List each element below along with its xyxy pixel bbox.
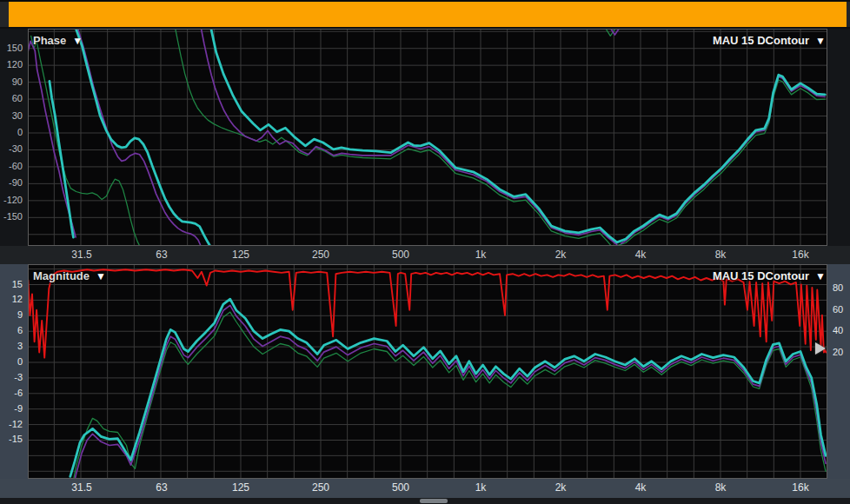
phase-tick-label: 30 [0,110,23,121]
freq-tick-label: 500 [392,249,409,261]
chevron-down-icon: ▼ [815,270,826,282]
freq-tick-label: 250 [312,481,329,494]
coherence-tick-label: 20 [833,347,843,357]
magnitude-type-dropdown[interactable]: Magnitude ▼ [33,269,106,282]
scrollbar-thumb[interactable] [420,499,448,503]
coherence-tick-label: 60 [833,304,843,315]
phase-tick-label: -30 [0,143,23,154]
freq-tick-label: 8k [715,481,727,494]
magnitude-plot[interactable] [0,264,850,479]
magnitude-tick-label: 3 [0,341,23,351]
phase-source-dropdown[interactable]: MAU 15 DContour ▼ [713,34,826,47]
freq-tick-label: 500 [392,481,409,494]
phase-tick-label: 150 [0,43,23,53]
magnitude-source-label: MAU 15 DContour [713,269,809,282]
magnitude-pane[interactable]: Magnitude ▼ MAU 15 DContour ▼ 15129630-3… [0,264,850,479]
freq-tick-label: 31.5 [71,249,91,261]
freq-tick-label: 125 [232,481,249,494]
phase-tick-label: -120 [0,195,23,205]
coherence-tick-label: 40 [833,325,843,335]
phase-tick-label: 60 [0,93,23,103]
phase-tick-label: 120 [0,59,23,70]
chevron-down-icon: ▼ [815,35,826,47]
frequency-axis-bottom: 31.5631252505001k2k4k8k16k [0,479,850,498]
phase-tick-label: 0 [0,127,23,137]
freq-tick-label: 125 [232,249,249,261]
freq-tick-label: 8k [715,249,727,261]
phase-tick-label: 90 [0,76,23,87]
signal-level-banner-row [0,2,850,27]
phase-pane[interactable]: Phase ▼ MAU 15 DContour ▼ 1501209060300-… [0,29,850,246]
magnitude-tick-label: 15 [0,279,23,289]
magnitude-tick-label: -3 [0,372,23,382]
phase-tick-label: -150 [0,211,23,222]
chevron-down-icon: ▼ [96,270,106,282]
freq-tick-label: 2k [555,481,567,494]
signal-level-banner [9,2,847,27]
freq-tick-label: 16k [792,249,808,261]
magnitude-tick-label: -6 [0,388,23,398]
magnitude-source-dropdown[interactable]: MAU 15 DContour ▼ [713,269,826,282]
coherence-tick-label: 80 [833,282,843,293]
freq-tick-label: 4k [635,249,647,261]
horizontal-scrollbar[interactable] [0,498,850,504]
chevron-down-icon: ▼ [72,35,83,47]
phase-tick-label: -90 [0,177,23,188]
freq-tick-label: 2k [555,249,567,261]
magnitude-tick-label: -9 [0,403,23,414]
phase-tick-label: -60 [0,161,23,171]
magnitude-tick-label: 12 [0,294,23,304]
freq-tick-label: 250 [312,249,329,261]
phase-source-label: MAU 15 DContour [713,34,809,47]
magnitude-tick-label: 9 [0,309,23,320]
freq-tick-label: 4k [635,481,647,494]
freq-tick-label: 16k [792,481,808,494]
freq-tick-label: 31.5 [71,481,91,494]
freq-tick-label: 63 [156,481,167,494]
magnitude-tick-label: 6 [0,325,23,335]
freq-tick-label: 63 [156,249,167,261]
phase-plot[interactable] [0,29,850,246]
magnitude-tick-label: -12 [0,419,23,429]
phase-pane-title: Phase [33,34,66,47]
phase-type-dropdown[interactable]: Phase ▼ [33,34,83,47]
coherence-scale-marker-icon[interactable] [815,342,826,355]
magnitude-tick-label: -15 [0,434,23,444]
magnitude-tick-label: 0 [0,356,23,367]
magnitude-pane-title: Magnitude [33,269,90,282]
freq-tick-label: 1k [475,249,487,261]
frequency-axis-middle: 31.5631252505001k2k4k8k16k [0,246,850,264]
freq-tick-label: 1k [475,481,487,494]
